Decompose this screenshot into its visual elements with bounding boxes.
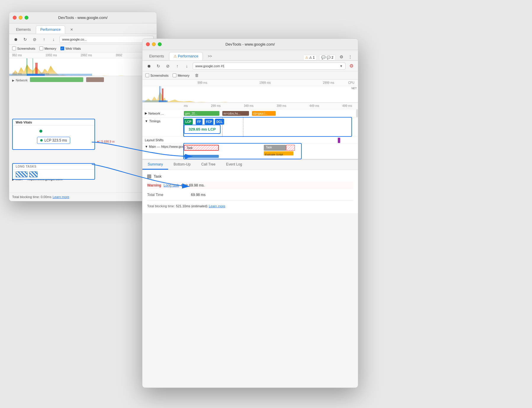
tab-close-back[interactable]: ✕ [66, 25, 78, 34]
timeline-back: 992 ms 1992 ms 2992 ms 3992 [9, 52, 157, 76]
record-button-back[interactable]: ⏺ [12, 36, 19, 43]
tab-elements-back[interactable]: Elements [12, 25, 35, 34]
record-button-front[interactable]: ⏺ [145, 62, 152, 70]
task-label-red: Task [186, 146, 194, 150]
task-label-gray: Task [265, 146, 273, 149]
close-button-front[interactable] [146, 42, 150, 46]
long-tasks-content [13, 170, 94, 179]
message-badge-btn[interactable]: 💬 💬 2 [319, 54, 335, 60]
screenshots-box-front[interactable] [145, 73, 149, 77]
tab-performance-front[interactable]: ⚠ Performance [169, 52, 203, 60]
net-bar-2-back [86, 77, 104, 82]
back-titlebar: DevTools - www.google.com/ [9, 12, 157, 23]
bottom-tab-bar: Summary Bottom-Up Call Tree Event Log [142, 160, 358, 170]
layout-shifts-row: Layout Shifts [142, 136, 358, 144]
refresh-button-back[interactable]: ↻ [22, 36, 29, 43]
web-vitals-box-back[interactable]: ✓ [60, 46, 64, 50]
tab-bottom-up[interactable]: Bottom-Up [168, 160, 196, 170]
learn-more-back[interactable]: Learn more [53, 195, 69, 199]
close-button-back[interactable] [13, 16, 17, 20]
layout-shifts-label: Layout Shifts [142, 138, 184, 142]
tab-summary[interactable]: Summary [142, 160, 168, 170]
front-devtools-window: DevTools - www.google.com/ Elements ⚠ Pe… [142, 38, 358, 388]
upload-button-back[interactable]: ↑ [41, 36, 48, 43]
main-track-label: ▼ Main — https://www.google.com/ [142, 144, 184, 150]
network-track-row: ▶ Network ... gen_20... m=cdos,hs... cb=… [142, 109, 358, 118]
lcp-tooltip: 329.65 ms LCP [184, 125, 221, 134]
memory-box-back[interactable] [39, 46, 43, 50]
svg-marker-6 [142, 92, 350, 102]
web-vitals-header: Web Vitals [13, 119, 94, 126]
tab-event-log[interactable]: Event Log [221, 160, 247, 170]
front-toolbar: ⏺ ↻ ⊘ ↑ ↓ www.google.com #1 ▼ ⚙ [142, 61, 358, 71]
more-btn-front[interactable]: ⋮ [347, 53, 354, 60]
timings-content: LCP FP FCP DCL 329.65 ms LCP [184, 118, 358, 136]
warning-label: Warning [147, 183, 161, 187]
task-bar-red[interactable]: Task [184, 145, 219, 151]
trash-button[interactable]: 🗑 [195, 73, 199, 78]
memory-checkbox-back[interactable]: Memory [39, 46, 56, 50]
long-task-link[interactable]: Long task [164, 183, 179, 187]
front-tab-bar: Elements ⚠ Performance >> ⚠ ⚠ 1 💬 💬 2 ⚙ … [142, 50, 358, 61]
warning-badge-btn[interactable]: ⚠ ⚠ 1 [303, 55, 317, 60]
net-bar-gen: gen_20... [184, 111, 219, 116]
maximize-button-front[interactable] [158, 42, 162, 46]
learn-more-front[interactable]: Learn more [209, 204, 225, 208]
svg-rect-9 [162, 89, 163, 102]
stop-button-back[interactable]: ⊘ [31, 36, 38, 43]
warning-row: Warning Long task took 69.98 ms. [147, 181, 353, 189]
ruler-detail-back: 492 ms 992 ms [12, 72, 157, 76]
minimize-button-back[interactable] [19, 16, 22, 20]
task-bar-gray[interactable]: Task [264, 145, 286, 151]
tab-performance-back[interactable]: Performance [36, 25, 65, 34]
screenshots-checkbox-back[interactable]: Screenshots [12, 46, 35, 50]
scrollbar-v[interactable] [356, 109, 358, 117]
ruler-marks-back: 992 ms 1992 ms 2992 ms 3992 [12, 54, 122, 57]
web-vitals-checkbox-back[interactable]: ✓ Web Vitals [60, 46, 81, 50]
tab-more-front[interactable]: >> [203, 52, 216, 60]
screenshots-box-back[interactable] [12, 46, 16, 50]
total-time-row: Total Time 69.98 ms [147, 192, 353, 198]
svg-rect-11 [159, 100, 168, 102]
network-label-back: ▶ Network [12, 78, 28, 82]
warning-icon: ⚠ [305, 56, 308, 60]
tab-elements-front[interactable]: Elements [145, 52, 168, 60]
settings-gear-btn[interactable]: ⚙ [348, 62, 355, 70]
evaluate-script-bar: Evaluate Script [264, 151, 293, 155]
network-bars-back [30, 77, 154, 82]
front-bottom-bar: Total blocking time: 521.10ms (estimated… [147, 203, 353, 209]
refresh-button-front[interactable]: ↻ [155, 62, 162, 70]
net-bar-cdos: m=cdos,hs... [222, 111, 249, 116]
dcl-timing-badge: DCL [215, 119, 224, 125]
back-toolbar: ⏺ ↻ ⊘ ↑ ↓ www.google.co... [9, 34, 157, 45]
layout-sub-bar [184, 155, 219, 158]
front-cpu-area: NET [142, 86, 358, 102]
task-block-2 [29, 171, 38, 177]
download-button-front[interactable]: ↓ [183, 62, 190, 70]
back-devtools-window: DevTools - www.google.com/ Elements Perf… [9, 12, 157, 201]
minimize-button-front[interactable] [152, 42, 156, 46]
summary-panel: Task Warning Long task took 69.98 ms. To… [142, 170, 358, 213]
summary-divider [147, 200, 353, 201]
memory-box-front[interactable] [173, 73, 176, 77]
network-track-content: gen_20... m=cdos,hs... cb=gapi.l... [184, 109, 358, 117]
stop-button-front[interactable]: ⊘ [164, 62, 171, 70]
front-top-ruler: 999 ms 1999 ms 2999 ms CPU [142, 80, 358, 86]
cpu-right-label: NET [351, 87, 357, 90]
net-bar-1-back [30, 77, 83, 82]
task-block-1 [16, 171, 28, 177]
screenshots-checkbox-front[interactable]: Screenshots [145, 73, 168, 77]
summary-task-header: Task [147, 174, 353, 179]
upload-button-front[interactable]: ↑ [174, 62, 181, 70]
layout-shift-mark [338, 138, 340, 143]
download-button-back[interactable]: ↓ [50, 36, 57, 43]
total-time-value: 69.98 ms [191, 193, 205, 197]
memory-checkbox-front[interactable]: Memory [173, 73, 189, 77]
detail-ruler: ms 299 ms 349 ms 399 ms 449 ms 499 ms [142, 103, 358, 109]
maximize-button-back[interactable] [25, 16, 28, 20]
url-bar-back: www.google.co... [60, 36, 154, 43]
settings-btn-front[interactable]: ⚙ [338, 53, 345, 60]
lcp-badge: LCP 323.5 ms [37, 137, 70, 144]
traffic-lights-back [13, 16, 28, 20]
tab-call-tree[interactable]: Call Tree [196, 160, 221, 170]
